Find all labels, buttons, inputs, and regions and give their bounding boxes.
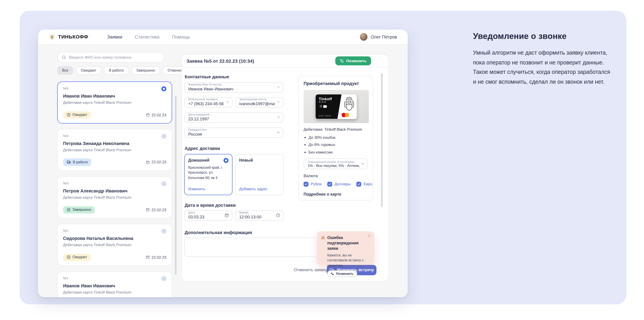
- edit-address-link[interactable]: Изменить: [188, 186, 206, 191]
- app-window: ТИНЬКОФФ Заявки Статистика Помощь Олег П…: [38, 30, 408, 297]
- application-card-4[interactable]: №4 Петрова Зинаида Николаевна Дебетовая …: [57, 129, 172, 171]
- form-scrollbar[interactable]: [381, 73, 382, 207]
- bank-card-brand: Tinkoff: [319, 96, 332, 101]
- application-card-2[interactable]: №2 Сидорова Наталья Васильевна Дебетовая…: [57, 224, 172, 266]
- card-date: 22.02.23: [146, 207, 166, 212]
- clear-field-icon[interactable]: ×: [277, 100, 280, 104]
- tinkoff-crest-icon: [49, 33, 56, 40]
- top-nav: ТИНЬКОФФ Заявки Статистика Помощь Олег П…: [38, 30, 408, 44]
- card-details-link[interactable]: Подробнее о карте: [304, 192, 368, 196]
- search-field[interactable]: [57, 52, 164, 63]
- tinkoff-logo: ТИНЬКОФФ: [49, 33, 88, 40]
- bullet-dot: [304, 144, 306, 145]
- card-radio[interactable]: [162, 134, 166, 139]
- clear-field-icon[interactable]: ×: [226, 100, 229, 104]
- filter-chip-all[interactable]: Все: [57, 66, 73, 75]
- heraldic-crest-icon: [343, 96, 355, 113]
- filter-chip-inwork[interactable]: В работе: [104, 66, 129, 75]
- annotation-panel: Уведомление о звонке Умный алгоритм не д…: [473, 31, 611, 87]
- search-icon: [62, 55, 66, 60]
- email-field[interactable]: Электронная почта ×: [235, 97, 284, 107]
- filter-chips: Все Ожидают В работе Завершено Отменено: [57, 66, 189, 75]
- phone-input[interactable]: [188, 101, 224, 107]
- card-date: 22.02.23: [146, 160, 166, 164]
- user-menu[interactable]: Олег Петров: [360, 33, 397, 41]
- calendar-icon[interactable]: [224, 213, 229, 217]
- bank-card-sub-brand: BLACK: [319, 101, 326, 103]
- address-title: Новый: [239, 158, 280, 162]
- address-text: Красноярский край, г. Красноярск, ул. Ко…: [188, 165, 228, 181]
- chevron-down-icon[interactable]: [361, 162, 365, 166]
- extra-info-textarea[interactable]: [184, 237, 332, 257]
- card-radio[interactable]: [162, 276, 166, 281]
- clear-field-icon[interactable]: ×: [277, 85, 280, 90]
- logo-text: ТИНЬКОФФ: [58, 34, 88, 39]
- filter-chip-done[interactable]: Завершено: [132, 66, 160, 75]
- email-input[interactable]: [239, 101, 274, 107]
- clock-icon: [66, 255, 71, 259]
- card-radio[interactable]: [162, 229, 166, 234]
- birthdate-label: Дата рождения: [188, 113, 280, 117]
- nav-item-zayavki[interactable]: Заявки: [107, 34, 122, 39]
- delivery-time-input[interactable]: [239, 215, 275, 220]
- citizenship-select[interactable]: Гражданство: [184, 127, 284, 138]
- birthdate-input[interactable]: [188, 117, 268, 122]
- sidebar-scrollbar[interactable]: [175, 96, 176, 275]
- product-name: Дебетовая карта Tinkoff Black Premium: [63, 290, 166, 294]
- chevron-down-icon[interactable]: [276, 130, 280, 135]
- address-card-new[interactable]: Новый Добавить адрес: [235, 154, 284, 195]
- card-date: 22.02.23: [146, 113, 166, 117]
- card-footer: Ожидает 22.02.23: [63, 253, 166, 261]
- address-heading: Адрес доставки: [185, 146, 220, 151]
- toast-title: Ошибка подтверждения заяки: [327, 235, 366, 251]
- citizenship-input[interactable]: [188, 132, 268, 137]
- fio-field[interactable]: Фамилия Имя Отчество ×: [184, 82, 284, 92]
- currency-checkbox-rubles[interactable]: Рубли: [304, 181, 322, 186]
- phone-field[interactable]: Мобильный телефон ×: [184, 97, 232, 107]
- application-number: №2: [63, 229, 166, 233]
- fio-input[interactable]: [188, 87, 268, 92]
- stage: ТИНЬКОФФ Заявки Статистика Помощь Олег П…: [0, 0, 644, 320]
- product-benefits: До 30% кэшбэк. До 6% годовых. Без комисс…: [304, 135, 368, 154]
- product-name: Дебетовая карта Tinkoff Black Premium: [63, 195, 166, 200]
- delivery-date-field[interactable]: Дата: [184, 210, 232, 220]
- cashback-select[interactable]: Повышенный кэшбэк (4 категории) 1% - Все…: [304, 158, 368, 169]
- application-list: №5 Иванов Иван Иванович Дебетовая карта …: [57, 82, 172, 297]
- application-card-3[interactable]: №3 Петров Александр Иванович Дебетовая к…: [57, 176, 172, 218]
- card-footer: В работе 22.02.23: [63, 158, 166, 166]
- nav-menu: Заявки Статистика Помощь: [107, 34, 190, 39]
- status-badge: Ожидает: [63, 253, 91, 261]
- toast-call-button[interactable]: Позвонить: [327, 270, 357, 277]
- delivery-time-field[interactable]: Время: [235, 210, 284, 220]
- nav-item-pomosch[interactable]: Помощь: [172, 34, 190, 39]
- address-card-home[interactable]: Домашний Красноярский край, г. Красноярс…: [184, 154, 232, 195]
- call-button[interactable]: Позвонить: [335, 56, 371, 65]
- warning-icon: [321, 235, 325, 239]
- fio-label: Фамилия Имя Отчество: [188, 83, 280, 87]
- currency-options: Рубли Доллары Евро: [304, 181, 368, 186]
- close-icon[interactable]: ×: [368, 233, 370, 238]
- application-card-1[interactable]: №1 Иванов Иван Иванович Дебетовая карта …: [57, 271, 172, 297]
- currency-checkbox-euro[interactable]: Евро: [356, 181, 372, 186]
- card-radio[interactable]: [162, 181, 166, 186]
- clock-icon[interactable]: [276, 213, 280, 217]
- checkbox-checked-icon: [304, 181, 308, 186]
- search-input[interactable]: [69, 55, 160, 60]
- citizenship-label: Гражданство: [188, 128, 280, 132]
- cashback-value: 1% - Все покупки, 5% - Аптеки, 5% - Oz: [308, 164, 360, 168]
- address-radio-selected[interactable]: [224, 158, 228, 163]
- filter-chip-waiting[interactable]: Ожидают: [76, 66, 101, 75]
- card-radio-selected[interactable]: [162, 86, 166, 91]
- annotation-title: Уведомление о звонке: [473, 31, 611, 41]
- bullet-dot: [304, 137, 306, 138]
- application-card-5[interactable]: №5 Иванов Иван Иванович Дебетовая карта …: [57, 82, 172, 123]
- calendar-icon: [146, 255, 150, 259]
- product-photo: Tinkoff BLACK OLEG TINKOV: [304, 90, 369, 123]
- nav-item-statistika[interactable]: Статистика: [135, 34, 160, 39]
- truck-icon: [66, 160, 71, 164]
- add-address-link[interactable]: Добавить адрес: [239, 186, 268, 191]
- birthdate-field[interactable]: Дата рождения ×: [184, 112, 284, 122]
- clear-field-icon[interactable]: ×: [277, 115, 280, 120]
- delivery-date-input[interactable]: [188, 215, 224, 220]
- currency-checkbox-dollars[interactable]: Доллары: [327, 181, 350, 186]
